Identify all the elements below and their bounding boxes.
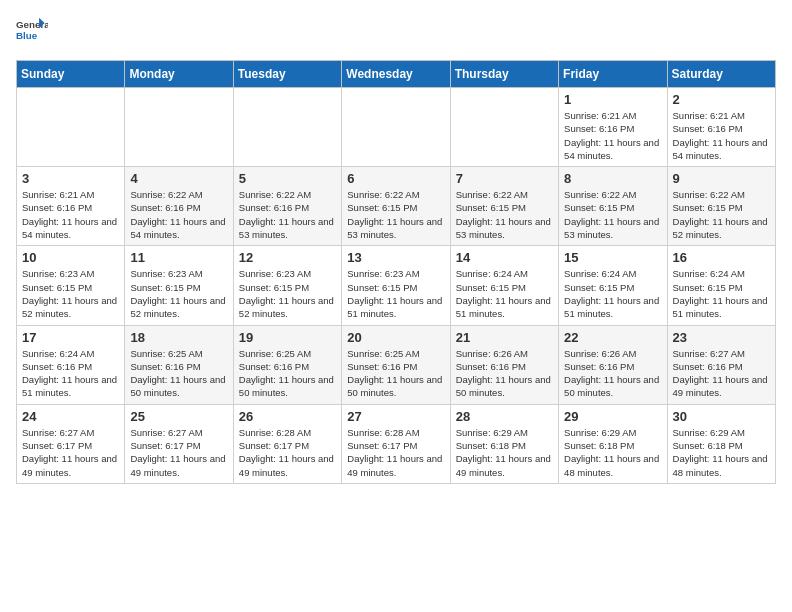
week-row-0: 1Sunrise: 6:21 AM Sunset: 6:16 PM Daylig… [17,88,776,167]
logo: GeneralBlue [16,16,48,48]
day-info: Sunrise: 6:24 AM Sunset: 6:15 PM Dayligh… [564,267,661,320]
day-number: 20 [347,330,444,345]
day-number: 18 [130,330,227,345]
day-info: Sunrise: 6:26 AM Sunset: 6:16 PM Dayligh… [456,347,553,400]
day-cell: 9Sunrise: 6:22 AM Sunset: 6:15 PM Daylig… [667,167,775,246]
page-header: GeneralBlue [16,16,776,48]
week-row-3: 17Sunrise: 6:24 AM Sunset: 6:16 PM Dayli… [17,325,776,404]
day-cell: 3Sunrise: 6:21 AM Sunset: 6:16 PM Daylig… [17,167,125,246]
day-number: 25 [130,409,227,424]
day-number: 4 [130,171,227,186]
header-cell-wednesday: Wednesday [342,61,450,88]
day-info: Sunrise: 6:22 AM Sunset: 6:15 PM Dayligh… [673,188,770,241]
day-info: Sunrise: 6:24 AM Sunset: 6:15 PM Dayligh… [456,267,553,320]
day-info: Sunrise: 6:27 AM Sunset: 6:17 PM Dayligh… [22,426,119,479]
header-cell-monday: Monday [125,61,233,88]
day-cell [342,88,450,167]
day-info: Sunrise: 6:23 AM Sunset: 6:15 PM Dayligh… [130,267,227,320]
day-number: 22 [564,330,661,345]
day-info: Sunrise: 6:23 AM Sunset: 6:15 PM Dayligh… [239,267,336,320]
day-cell: 22Sunrise: 6:26 AM Sunset: 6:16 PM Dayli… [559,325,667,404]
day-number: 27 [347,409,444,424]
day-cell: 30Sunrise: 6:29 AM Sunset: 6:18 PM Dayli… [667,404,775,483]
day-cell: 1Sunrise: 6:21 AM Sunset: 6:16 PM Daylig… [559,88,667,167]
day-number: 5 [239,171,336,186]
day-number: 3 [22,171,119,186]
day-info: Sunrise: 6:23 AM Sunset: 6:15 PM Dayligh… [347,267,444,320]
day-cell: 27Sunrise: 6:28 AM Sunset: 6:17 PM Dayli… [342,404,450,483]
day-cell: 10Sunrise: 6:23 AM Sunset: 6:15 PM Dayli… [17,246,125,325]
day-cell: 4Sunrise: 6:22 AM Sunset: 6:16 PM Daylig… [125,167,233,246]
day-info: Sunrise: 6:24 AM Sunset: 6:16 PM Dayligh… [22,347,119,400]
header-cell-friday: Friday [559,61,667,88]
day-number: 28 [456,409,553,424]
day-info: Sunrise: 6:29 AM Sunset: 6:18 PM Dayligh… [456,426,553,479]
day-number: 30 [673,409,770,424]
day-cell: 16Sunrise: 6:24 AM Sunset: 6:15 PM Dayli… [667,246,775,325]
day-number: 24 [22,409,119,424]
day-cell: 11Sunrise: 6:23 AM Sunset: 6:15 PM Dayli… [125,246,233,325]
week-row-4: 24Sunrise: 6:27 AM Sunset: 6:17 PM Dayli… [17,404,776,483]
day-info: Sunrise: 6:29 AM Sunset: 6:18 PM Dayligh… [564,426,661,479]
day-cell: 18Sunrise: 6:25 AM Sunset: 6:16 PM Dayli… [125,325,233,404]
day-number: 13 [347,250,444,265]
day-cell: 12Sunrise: 6:23 AM Sunset: 6:15 PM Dayli… [233,246,341,325]
day-info: Sunrise: 6:22 AM Sunset: 6:15 PM Dayligh… [564,188,661,241]
header-cell-sunday: Sunday [17,61,125,88]
header-cell-tuesday: Tuesday [233,61,341,88]
day-info: Sunrise: 6:25 AM Sunset: 6:16 PM Dayligh… [347,347,444,400]
day-info: Sunrise: 6:22 AM Sunset: 6:15 PM Dayligh… [456,188,553,241]
day-number: 21 [456,330,553,345]
day-number: 2 [673,92,770,107]
day-cell: 28Sunrise: 6:29 AM Sunset: 6:18 PM Dayli… [450,404,558,483]
day-cell [450,88,558,167]
day-number: 26 [239,409,336,424]
day-cell: 6Sunrise: 6:22 AM Sunset: 6:15 PM Daylig… [342,167,450,246]
day-info: Sunrise: 6:25 AM Sunset: 6:16 PM Dayligh… [239,347,336,400]
day-number: 16 [673,250,770,265]
day-cell: 19Sunrise: 6:25 AM Sunset: 6:16 PM Dayli… [233,325,341,404]
day-info: Sunrise: 6:26 AM Sunset: 6:16 PM Dayligh… [564,347,661,400]
day-info: Sunrise: 6:22 AM Sunset: 6:15 PM Dayligh… [347,188,444,241]
day-number: 23 [673,330,770,345]
day-cell [17,88,125,167]
day-number: 14 [456,250,553,265]
day-number: 17 [22,330,119,345]
day-cell: 8Sunrise: 6:22 AM Sunset: 6:15 PM Daylig… [559,167,667,246]
day-info: Sunrise: 6:28 AM Sunset: 6:17 PM Dayligh… [239,426,336,479]
day-number: 8 [564,171,661,186]
header-cell-thursday: Thursday [450,61,558,88]
day-cell: 26Sunrise: 6:28 AM Sunset: 6:17 PM Dayli… [233,404,341,483]
day-cell: 24Sunrise: 6:27 AM Sunset: 6:17 PM Dayli… [17,404,125,483]
header-row: SundayMondayTuesdayWednesdayThursdayFrid… [17,61,776,88]
week-row-2: 10Sunrise: 6:23 AM Sunset: 6:15 PM Dayli… [17,246,776,325]
day-info: Sunrise: 6:22 AM Sunset: 6:16 PM Dayligh… [239,188,336,241]
day-cell: 2Sunrise: 6:21 AM Sunset: 6:16 PM Daylig… [667,88,775,167]
day-info: Sunrise: 6:21 AM Sunset: 6:16 PM Dayligh… [673,109,770,162]
day-info: Sunrise: 6:28 AM Sunset: 6:17 PM Dayligh… [347,426,444,479]
day-cell: 5Sunrise: 6:22 AM Sunset: 6:16 PM Daylig… [233,167,341,246]
day-cell [233,88,341,167]
day-info: Sunrise: 6:25 AM Sunset: 6:16 PM Dayligh… [130,347,227,400]
week-row-1: 3Sunrise: 6:21 AM Sunset: 6:16 PM Daylig… [17,167,776,246]
day-cell: 25Sunrise: 6:27 AM Sunset: 6:17 PM Dayli… [125,404,233,483]
day-info: Sunrise: 6:21 AM Sunset: 6:16 PM Dayligh… [564,109,661,162]
day-number: 10 [22,250,119,265]
day-cell: 23Sunrise: 6:27 AM Sunset: 6:16 PM Dayli… [667,325,775,404]
day-info: Sunrise: 6:29 AM Sunset: 6:18 PM Dayligh… [673,426,770,479]
svg-text:General: General [16,19,48,30]
day-number: 29 [564,409,661,424]
header-cell-saturday: Saturday [667,61,775,88]
day-number: 6 [347,171,444,186]
day-cell: 20Sunrise: 6:25 AM Sunset: 6:16 PM Dayli… [342,325,450,404]
logo-icon: GeneralBlue [16,16,48,48]
day-cell: 29Sunrise: 6:29 AM Sunset: 6:18 PM Dayli… [559,404,667,483]
day-info: Sunrise: 6:22 AM Sunset: 6:16 PM Dayligh… [130,188,227,241]
day-cell [125,88,233,167]
calendar-table: SundayMondayTuesdayWednesdayThursdayFrid… [16,60,776,484]
day-info: Sunrise: 6:23 AM Sunset: 6:15 PM Dayligh… [22,267,119,320]
day-info: Sunrise: 6:24 AM Sunset: 6:15 PM Dayligh… [673,267,770,320]
day-cell: 7Sunrise: 6:22 AM Sunset: 6:15 PM Daylig… [450,167,558,246]
day-cell: 14Sunrise: 6:24 AM Sunset: 6:15 PM Dayli… [450,246,558,325]
day-number: 7 [456,171,553,186]
